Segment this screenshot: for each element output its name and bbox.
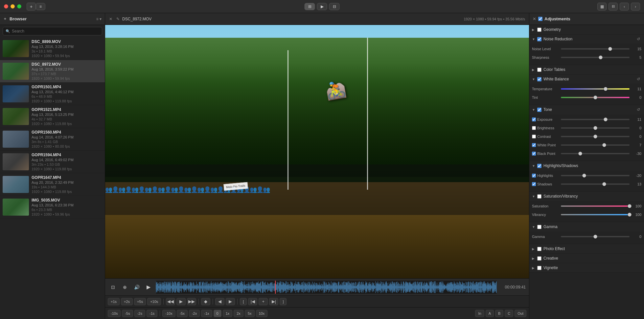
clip-item[interactable]: GOPR1647.MP4 Aug 20, 2016, 2:32:49 PM 19… [0,173,105,196]
grid-view-button[interactable]: ⊞ [305,3,315,10]
adj-slider-contrast[interactable] [561,136,630,137]
adj-checkbox-gamma[interactable] [537,225,541,229]
adj-slider-noise-level[interactable] [561,48,630,50]
adj-slider-thumb[interactable] [593,235,597,239]
adj-slider-thumb[interactable] [608,47,612,51]
adj-slider-brightness[interactable] [561,127,630,129]
adj-param-check-contrast[interactable] [532,135,536,138]
adj-param-check-white-point[interactable] [532,143,536,147]
maximize-traffic-light[interactable] [17,4,21,9]
plus1x-button[interactable]: 1x [223,310,233,317]
adj-checkbox-creative[interactable] [537,256,541,261]
new-tab-button[interactable]: + [27,3,36,11]
adj-slider-thumb[interactable] [602,182,606,186]
adj-section-header-noise_reduction[interactable]: ▼ Noise Reduction ↺ [529,34,644,44]
adj-reset-tone[interactable]: ↺ [635,107,641,112]
plus5x-button[interactable]: 5x [245,310,255,317]
minus1x-button[interactable]: -1x [201,310,212,317]
clip-item[interactable]: DSC_8972.MOV Aug 18, 2016, 3:59:22 PM 37… [0,60,105,83]
adj-param-check-highlights[interactable] [532,174,536,178]
adj-section-header-color_tables[interactable]: ▶ Color Tables [529,65,644,74]
plus5s-button[interactable]: +5s [134,298,146,305]
adj-section-header-white_balance[interactable]: ▼ White Balance ↺ [529,74,644,84]
adjustments-master-checkbox[interactable] [538,17,542,21]
adj-section-header-vignette[interactable]: ▶ Vignette [529,263,644,272]
adj-checkbox-vignette[interactable] [537,266,541,270]
play-view-button[interactable]: ▶ [317,3,327,10]
plus2x-button[interactable]: 2x [234,310,243,317]
go-end-button[interactable]: ▶| [269,298,278,305]
video-edit-icon[interactable]: ✎ [116,17,120,21]
adj-slider-highlights[interactable] [561,175,630,176]
adj-slider-vibrancy[interactable] [561,214,630,215]
audio-button[interactable]: 🔊 [132,283,141,292]
minus10x-button[interactable]: -10x [162,310,175,317]
adj-slider-black-point[interactable] [561,153,630,154]
plus1s-button[interactable]: +1s [108,298,120,305]
adj-slider-thumb[interactable] [628,213,632,217]
minus2x-button[interactable]: -2x [189,310,200,317]
next-button[interactable]: › [631,3,640,11]
rewind-button[interactable]: ◀◀ [166,298,175,305]
out-button[interactable]: Out [515,310,526,317]
clip-item[interactable]: GOPR1594.MP4 Aug 14, 2016, 6:49:02 PM 3m… [0,151,105,173]
search-input[interactable] [12,29,99,33]
mark-button[interactable]: ◆ [201,298,210,305]
adj-checkbox-color_tables[interactable] [537,68,541,72]
minus1s-button[interactable]: -1s [147,310,157,317]
adj-checkbox-white_balance[interactable] [537,77,541,81]
clip-item[interactable]: GOPR1521.MP4 Aug 13, 2016, 5:13:25 PM 4s… [0,105,105,128]
minus2s-button[interactable]: -2s [134,310,145,317]
adj-slider-temperature[interactable] [561,88,630,90]
in-button[interactable]: In [475,310,484,317]
zoom-button[interactable]: ⊕ [120,283,129,292]
adj-checkbox-tone[interactable] [537,108,541,112]
fit-to-screen-button[interactable]: ⊡ [108,283,118,292]
plus2s-button[interactable]: +2s [121,298,133,305]
adj-slider-tint[interactable] [561,97,630,98]
ffwd-button[interactable]: ▶▶ [187,298,196,305]
adj-slider-thumb[interactable] [593,96,597,99]
adj-slider-sharpness[interactable] [561,57,630,58]
adj-slider-thumb[interactable] [604,117,608,121]
minus5s-button[interactable]: -5s [122,310,133,317]
adj-section-header-photo_effect[interactable]: ▶ Photo Effect [529,244,644,253]
adj-section-header-creative[interactable]: ▶ Creative [529,254,644,263]
a-button[interactable]: A [486,310,494,317]
minimize-traffic-light[interactable] [11,4,15,9]
mark-out-button[interactable]: ] [280,298,287,305]
adj-slider-thumb[interactable] [578,152,582,156]
adj-param-check-exposure[interactable] [532,117,536,121]
adj-slider-shadows[interactable] [561,183,630,185]
adj-checkbox-noise_reduction[interactable] [537,37,541,41]
adj-checkbox-photo_effect[interactable] [537,247,541,251]
adj-slider-thumb[interactable] [593,126,597,130]
adj-slider-thumb[interactable] [582,174,586,178]
plus10s-button[interactable]: +10s [147,298,161,305]
prev-frame-button[interactable]: ◀ [215,298,224,305]
adj-slider-exposure[interactable] [561,119,630,120]
adj-checkbox-geometry[interactable] [537,28,541,32]
adj-reset-white_balance[interactable]: ↺ [635,77,641,81]
adj-checkbox-saturation_vibrancy[interactable] [537,194,541,199]
c-button[interactable]: C [505,310,513,317]
minus5x-button[interactable]: -5x [177,310,188,317]
waveform-container[interactable] [156,281,497,294]
clip-item[interactable]: GOPR1501.MP4 Aug 13, 2016, 4:46:12 PM 6s… [0,83,105,105]
adj-section-header-highlights_shadows[interactable]: ▼ Highlights/Shadows [529,161,644,170]
adj-param-check-brightness[interactable] [532,126,536,130]
next-frame-button[interactable]: ▶ [226,298,235,305]
adj-section-header-geometry[interactable]: ▶ Geometry [529,25,644,34]
adj-slider-saturation[interactable] [561,205,630,207]
rp-close-button[interactable]: ✕ [533,16,536,21]
adj-slider-thumb[interactable] [599,55,603,59]
play-button[interactable]: ▶ [144,283,153,292]
adj-param-check-shadows[interactable] [532,182,536,186]
layout2-button[interactable]: ⊟ [609,3,618,11]
prev-button[interactable]: ‹ [620,3,629,11]
plus10x-button[interactable]: 10x [256,310,268,317]
adj-slider-thumb[interactable] [604,87,608,91]
chart-button[interactable]: ▦ [597,3,607,11]
video-close-icon[interactable]: ✕ [109,17,112,21]
layout-view-button[interactable]: ⊟ [329,3,340,10]
